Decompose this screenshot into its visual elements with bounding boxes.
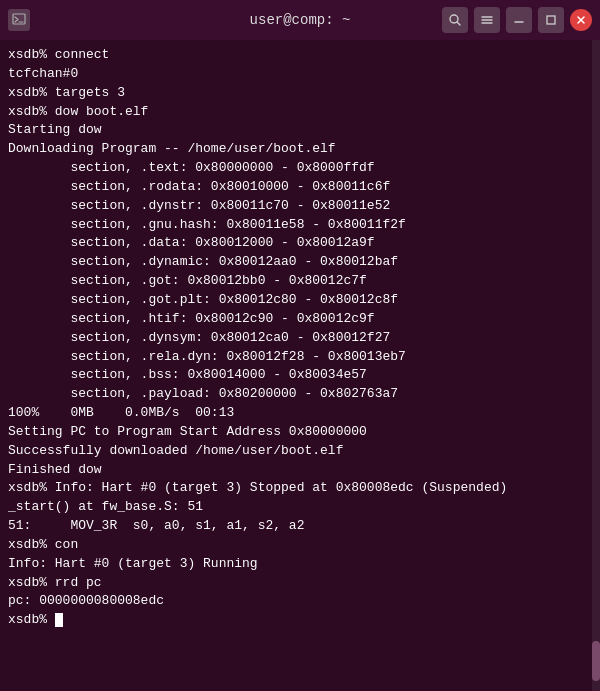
terminal-line: section, .rodata: 0x80010000 - 0x80011c6… bbox=[8, 178, 592, 197]
terminal-line: section, .payload: 0x80200000 - 0x802763… bbox=[8, 385, 592, 404]
svg-line-3 bbox=[457, 22, 460, 25]
terminal-line: xsdb% rrd pc bbox=[8, 574, 592, 593]
terminal-line: pc: 0000000080008edc bbox=[8, 592, 592, 611]
menu-button[interactable] bbox=[474, 7, 500, 33]
minimize-button[interactable] bbox=[506, 7, 532, 33]
terminal-line: section, .dynstr: 0x80011c70 - 0x80011e5… bbox=[8, 197, 592, 216]
terminal-line: tcfchan#0 bbox=[8, 65, 592, 84]
terminal-line: xsdb% con bbox=[8, 536, 592, 555]
title-bar-left bbox=[8, 9, 30, 31]
terminal-body: xsdb% connecttcfchan#0xsdb% targets 3xsd… bbox=[0, 40, 600, 691]
svg-rect-8 bbox=[547, 16, 555, 24]
maximize-button[interactable] bbox=[538, 7, 564, 33]
terminal-line: xsdb% targets 3 bbox=[8, 84, 592, 103]
terminal-line: Successfully downloaded /home/user/boot.… bbox=[8, 442, 592, 461]
terminal-line: xsdb% Info: Hart #0 (target 3) Stopped a… bbox=[8, 479, 592, 498]
terminal-line: section, .htif: 0x80012c90 - 0x80012c9f bbox=[8, 310, 592, 329]
terminal-line: section, .dynamic: 0x80012aa0 - 0x80012b… bbox=[8, 253, 592, 272]
terminal-line: xsdb% bbox=[8, 611, 592, 630]
scrollbar[interactable] bbox=[592, 40, 600, 691]
terminal-line: Setting PC to Program Start Address 0x80… bbox=[8, 423, 592, 442]
terminal-line: section, .text: 0x80000000 - 0x8000ffdf bbox=[8, 159, 592, 178]
terminal-line: section, .dynsym: 0x80012ca0 - 0x80012f2… bbox=[8, 329, 592, 348]
title-bar-controls bbox=[442, 7, 592, 33]
terminal-line: section, .got.plt: 0x80012c80 - 0x80012c… bbox=[8, 291, 592, 310]
terminal-line: section, .data: 0x80012000 - 0x80012a9f bbox=[8, 234, 592, 253]
terminal-line: Downloading Program -- /home/user/boot.e… bbox=[8, 140, 592, 159]
terminal-line: Finished dow bbox=[8, 461, 592, 480]
terminal-line: xsdb% connect bbox=[8, 46, 592, 65]
terminal-line: Starting dow bbox=[8, 121, 592, 140]
window-title: user@comp: ~ bbox=[250, 12, 351, 28]
search-button[interactable] bbox=[442, 7, 468, 33]
terminal-line: 51: MOV_3R s0, a0, s1, a1, s2, a2 bbox=[8, 517, 592, 536]
terminal-line: section, .bss: 0x80014000 - 0x80034e57 bbox=[8, 366, 592, 385]
terminal-line: section, .rela.dyn: 0x80012f28 - 0x80013… bbox=[8, 348, 592, 367]
terminal-line: xsdb% dow boot.elf bbox=[8, 103, 592, 122]
terminal-icon bbox=[8, 9, 30, 31]
terminal-line: Info: Hart #0 (target 3) Running bbox=[8, 555, 592, 574]
scrollbar-thumb[interactable] bbox=[592, 641, 600, 681]
title-bar: user@comp: ~ bbox=[0, 0, 600, 40]
close-button[interactable] bbox=[570, 9, 592, 31]
terminal-line: section, .gnu.hash: 0x80011e58 - 0x80011… bbox=[8, 216, 592, 235]
terminal-line: _start() at fw_base.S: 51 bbox=[8, 498, 592, 517]
terminal-line: section, .got: 0x80012bb0 - 0x80012c7f bbox=[8, 272, 592, 291]
terminal-cursor bbox=[55, 613, 63, 627]
terminal-line: 100% 0MB 0.0MB/s 00:13 bbox=[8, 404, 592, 423]
